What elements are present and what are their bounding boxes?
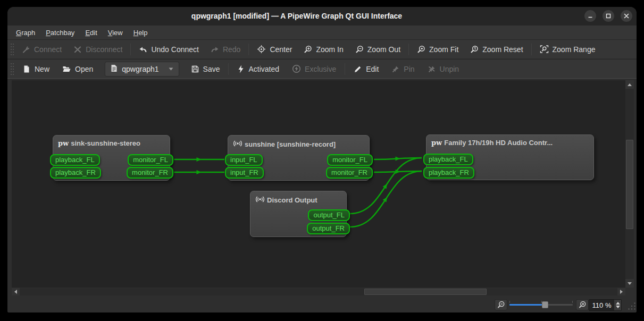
close-icon [623, 13, 630, 19]
vertical-scrollbar[interactable] [625, 80, 634, 288]
exclusive-icon [292, 64, 301, 73]
zoom-percent-value: 110 % [589, 301, 614, 309]
exclusive-button[interactable]: Exclusive [286, 62, 342, 76]
open-folder-icon [62, 65, 71, 73]
node-title: sunshine [sunshine-record] [233, 139, 336, 149]
center-button[interactable]: Center [251, 42, 298, 56]
horizontal-scrollbar[interactable] [12, 288, 625, 295]
undo-connect-button[interactable]: Undo Connect [133, 43, 205, 56]
menubar: Graph Patchbay Edit View Help [7, 26, 637, 39]
new-file-icon [22, 65, 31, 73]
scroll-down-button[interactable] [625, 279, 634, 288]
disconnect-icon [73, 45, 82, 54]
pipewire-icon: pw [58, 139, 69, 147]
disconnect-button[interactable]: Disconnect [68, 43, 128, 56]
toolbar-separator [228, 63, 229, 75]
maximize-icon [605, 13, 612, 19]
toolbar-handle[interactable] [10, 43, 14, 56]
menu-graph[interactable]: Graph [11, 27, 40, 38]
toolbar-handle[interactable] [10, 62, 14, 76]
port-monitor-fl[interactable]: monitor_FL [128, 154, 173, 166]
edit-button[interactable]: Edit [347, 62, 385, 76]
zoom-out-icon [355, 45, 364, 54]
port-playback-fr[interactable]: playback_FR [423, 167, 474, 179]
connect-button[interactable]: Connect [16, 43, 68, 56]
spin-down-icon [616, 306, 620, 308]
port-monitor-fl[interactable]: monitor_FL [327, 154, 373, 166]
slider-tick [572, 301, 573, 303]
maximize-button[interactable] [603, 10, 614, 22]
menu-help[interactable]: Help [128, 27, 153, 38]
graph-canvas[interactable]: pw sink-sunshine-stereo playback_FL play… [12, 80, 625, 288]
connection-wires [12, 80, 625, 288]
resize-grip[interactable] [628, 302, 636, 310]
undo-icon [139, 45, 147, 54]
zoom-percent-spinbox[interactable]: 110 % [589, 299, 622, 311]
slider-tick [509, 301, 510, 303]
toolbar-separator [531, 44, 532, 55]
port-playback-fl[interactable]: playback_FL [50, 154, 100, 166]
activated-button[interactable]: Activated [231, 62, 286, 76]
toolbar-separator [408, 44, 409, 55]
main-content: pw sink-sunshine-stereo playback_FL play… [7, 78, 637, 312]
arrow-right-icon [620, 290, 623, 294]
activated-icon [237, 65, 245, 73]
zoom-in-button[interactable]: Zoom In [298, 43, 349, 56]
stream-icon [255, 195, 265, 205]
node-sink-sunshine-stereo[interactable]: pw sink-sunshine-stereo playback_FL play… [53, 135, 170, 181]
open-button[interactable]: Open [56, 62, 99, 76]
connect-icon [22, 45, 30, 54]
arrow-left-icon [14, 290, 17, 294]
redo-icon [211, 45, 219, 54]
patchbay-toolbar: New Open qpwgraph1 Save Activated Exclus… [7, 59, 637, 78]
new-button[interactable]: New [16, 62, 56, 76]
port-input-fr[interactable]: input_FR [225, 167, 264, 179]
stream-icon [233, 139, 242, 149]
pin-icon [391, 65, 400, 73]
scroll-left-button[interactable] [12, 288, 20, 295]
port-output-fr[interactable]: output_FR [307, 223, 350, 234]
patchbay-file-icon [111, 64, 118, 74]
titlebar[interactable]: qpwgraph1 [modified] — A PipeWire Graph … [7, 7, 637, 26]
unpin-button[interactable]: Unpin [421, 62, 466, 76]
zoom-out-button[interactable]: Zoom Out [349, 43, 406, 56]
toolbar-separator [130, 44, 131, 55]
zoom-reset-icon [470, 45, 479, 54]
scroll-up-button[interactable] [625, 80, 634, 89]
port-monitor-fr[interactable]: monitor_FR [326, 167, 373, 179]
zoom-slider-handle[interactable] [542, 301, 548, 308]
spin-arrows[interactable] [614, 300, 621, 310]
minimize-icon [587, 13, 593, 19]
scroll-right-button[interactable] [617, 288, 625, 295]
node-title: pw Family 17h/19h HD Audio Contr... [431, 139, 553, 147]
zoom-in-button-status[interactable] [576, 299, 589, 310]
port-monitor-fr[interactable]: monitor_FR [127, 167, 173, 179]
app-window: qpwgraph1 [modified] — A PipeWire Graph … [7, 7, 637, 312]
unpin-icon [428, 65, 436, 73]
edit-icon [354, 65, 362, 73]
menu-patchbay[interactable]: Patchbay [40, 27, 80, 38]
port-output-fl[interactable]: output_FL [308, 209, 350, 221]
patchbay-profile-combobox[interactable]: qpwgraph1 [105, 62, 179, 77]
node-discord-output[interactable]: Discord Output output_FL output_FR [250, 191, 347, 237]
vertical-scrollbar-thumb[interactable] [626, 140, 633, 229]
menu-edit[interactable]: Edit [80, 27, 102, 38]
zoom-reset-button[interactable]: Zoom Reset [464, 43, 529, 56]
window-title: qpwgraph1 [modified] — A PipeWire Graph … [7, 7, 586, 26]
node-sunshine[interactable]: sunshine [sunshine-record] input_FL inpu… [228, 135, 370, 181]
save-button[interactable]: Save [185, 62, 227, 76]
zoom-fit-button[interactable]: Zoom Fit [411, 43, 464, 56]
pipewire-icon: pw [431, 139, 442, 147]
zoom-range-button[interactable]: Zoom Range [534, 42, 601, 56]
pin-button[interactable]: Pin [385, 62, 421, 76]
port-input-fl[interactable]: input_FL [225, 154, 263, 166]
port-playback-fr[interactable]: playback_FR [50, 167, 101, 179]
horizontal-scrollbar-thumb[interactable] [364, 289, 487, 295]
node-family-hd-audio[interactable]: pw Family 17h/19h HD Audio Contr... play… [426, 134, 594, 180]
menu-view[interactable]: View [103, 27, 128, 38]
minimize-button[interactable] [584, 10, 596, 22]
close-button[interactable] [621, 10, 632, 22]
port-playback-fl[interactable]: playback_FL [423, 154, 473, 165]
redo-button[interactable]: Redo [205, 43, 246, 56]
zoom-out-button-status[interactable] [495, 299, 507, 310]
